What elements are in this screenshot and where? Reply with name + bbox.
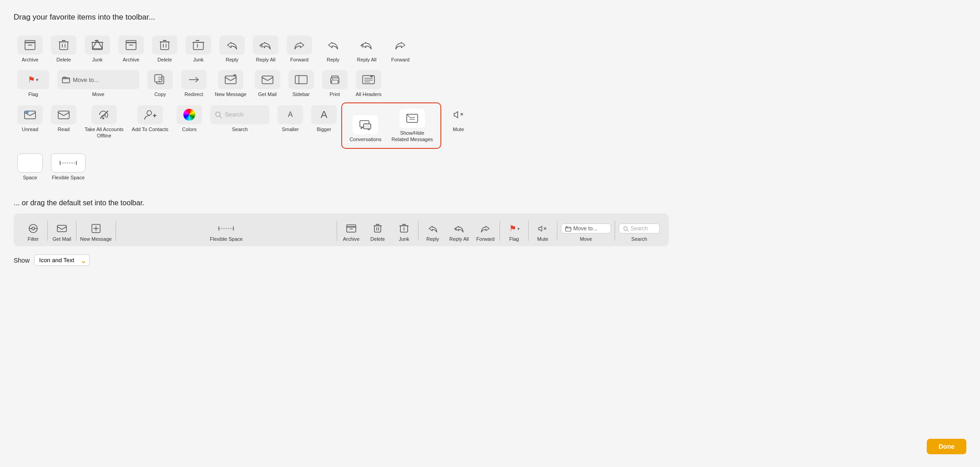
dt-sep3 (116, 221, 116, 241)
move-icon: Move to... (57, 70, 139, 89)
selected-group: Conversations Show/Hide Related Messages (341, 102, 441, 149)
dt-move[interactable]: Move to... Move (558, 221, 614, 244)
dt-mute[interactable]: Mute (530, 221, 556, 244)
dt-new-message[interactable]: New Message (77, 221, 115, 244)
dt-flag[interactable]: ⚑ ▾ Flag (501, 221, 527, 244)
tool-label: Search (232, 126, 248, 132)
tool-label: New Message (215, 91, 247, 97)
tool-forward2[interactable]: Forward (384, 33, 417, 66)
forward-icon3 (480, 222, 490, 235)
tool-flag[interactable]: ⚑ ▾ Flag (14, 67, 53, 100)
items-row4: Space Flexible Space (14, 151, 669, 183)
tool-label: All Headers (356, 91, 382, 97)
tool-label: Archive (22, 56, 39, 63)
section2-label: ... or drag the default set into the too… (14, 199, 669, 207)
replyall-icon2 (354, 36, 379, 55)
dt-label: Move (580, 236, 592, 242)
tool-show-hide-related[interactable]: Show/Hide Related Messages (388, 106, 436, 146)
dt-label: New Message (80, 236, 112, 242)
show-select[interactable]: Icon and Text Icon Only Text Only (34, 254, 90, 266)
dt-junk[interactable]: Junk (391, 221, 417, 244)
tool-delete1[interactable]: Delete (47, 33, 80, 66)
tool-conversations[interactable]: Conversations (346, 106, 385, 146)
dt-sep8 (557, 221, 557, 241)
junk-icon2 (186, 36, 211, 55)
tool-add-contacts[interactable]: Add To Contacts (128, 102, 172, 135)
tool-reply1[interactable]: Reply (216, 33, 248, 66)
tool-colors[interactable]: Colors (173, 102, 206, 135)
show-row: Show Icon and Text Icon Only Text Only ⌄ (14, 254, 669, 268)
tool-archive1[interactable]: Archive (14, 33, 46, 66)
tool-label: Copy (154, 91, 166, 97)
tool-reply2[interactable]: Reply (317, 33, 349, 66)
done-button[interactable]: Done (927, 439, 966, 454)
flag-icon: ⚑ ▾ (17, 70, 49, 89)
tool-label: Add To Contacts (132, 126, 169, 132)
tool-mute[interactable]: Mute (442, 102, 475, 135)
move-icon2: Move to... (561, 222, 611, 235)
tool-flexible-space[interactable]: Flexible Space (47, 151, 89, 183)
tool-search[interactable]: Search Search (207, 102, 273, 135)
dt-replyall[interactable]: Reply All (446, 221, 472, 244)
flexible-space-icon (51, 153, 86, 173)
dt-sep7 (528, 221, 529, 241)
show-hide-related-icon (399, 109, 425, 128)
tool-all-headers[interactable]: All Headers (352, 67, 385, 100)
space-icon (17, 153, 43, 173)
tool-take-offline[interactable]: Take All Accounts Offline (81, 102, 127, 142)
tool-get-mail[interactable]: Get Mail (251, 67, 284, 100)
copy-icon (147, 70, 173, 89)
tool-junk2[interactable]: Junk (182, 33, 215, 66)
tool-new-message[interactable]: New Message (211, 67, 250, 100)
tool-copy[interactable]: Copy (144, 67, 177, 100)
dt-label: Junk (399, 236, 409, 242)
dt-search[interactable]: Search Search (616, 221, 662, 244)
tool-move[interactable]: Move to... Move (54, 67, 143, 100)
tool-archive2[interactable]: Archive (115, 33, 147, 66)
tool-sidebar[interactable]: Sidebar (285, 67, 318, 100)
archive-icon3 (346, 222, 356, 235)
svg-rect-88 (566, 227, 571, 231)
items-row1: Archive Delete Junk Archive (14, 33, 669, 66)
dt-filter[interactable]: Filter (20, 221, 46, 244)
svg-rect-27 (225, 76, 236, 84)
svg-rect-30 (262, 76, 273, 84)
tool-label: Forward (290, 56, 308, 63)
tool-label: Junk (193, 56, 203, 63)
svg-rect-0 (25, 42, 35, 50)
archive-icon2 (118, 36, 144, 55)
search-input[interactable]: Search (619, 223, 660, 234)
svg-point-47 (147, 111, 152, 115)
tool-unread[interactable]: Unread (14, 102, 46, 135)
dt-forward[interactable]: Forward (472, 221, 499, 244)
dt-delete[interactable]: Delete (364, 221, 391, 244)
show-label: Show (14, 257, 30, 264)
svg-line-57 (407, 114, 409, 117)
mute-icon (446, 105, 471, 124)
tool-space[interactable]: Space (14, 151, 46, 183)
tool-delete2[interactable]: Delete (148, 33, 181, 66)
tool-label: Delete (157, 56, 172, 63)
conversations-icon (353, 115, 378, 134)
tool-label: Reply All (256, 56, 276, 63)
tool-replyall2[interactable]: Reply All (350, 33, 383, 66)
add-contacts-icon (137, 105, 163, 124)
tool-redirect[interactable]: Redirect (177, 67, 210, 100)
svg-line-90 (627, 230, 628, 231)
filter-icon (28, 222, 38, 235)
tool-print[interactable]: Print (318, 67, 351, 100)
smaller-icon: A (278, 105, 303, 124)
tool-smaller[interactable]: A Smaller (274, 102, 307, 135)
dt-label: Reply All (450, 236, 469, 242)
tool-junk1[interactable]: Junk (81, 33, 114, 66)
tool-forward1[interactable]: Forward (283, 33, 316, 66)
dt-archive[interactable]: Archive (338, 221, 364, 244)
dt-reply[interactable]: Reply (419, 221, 446, 244)
dt-get-mail[interactable]: Get Mail (49, 221, 75, 244)
flag-icon2: ⚑ ▾ (509, 222, 520, 235)
tool-label: Flag (28, 91, 38, 97)
tool-bigger[interactable]: A Bigger (308, 102, 340, 135)
replyall-icon3 (453, 222, 465, 235)
tool-replyall1[interactable]: Reply All (249, 33, 282, 66)
tool-read[interactable]: Read (47, 102, 80, 135)
